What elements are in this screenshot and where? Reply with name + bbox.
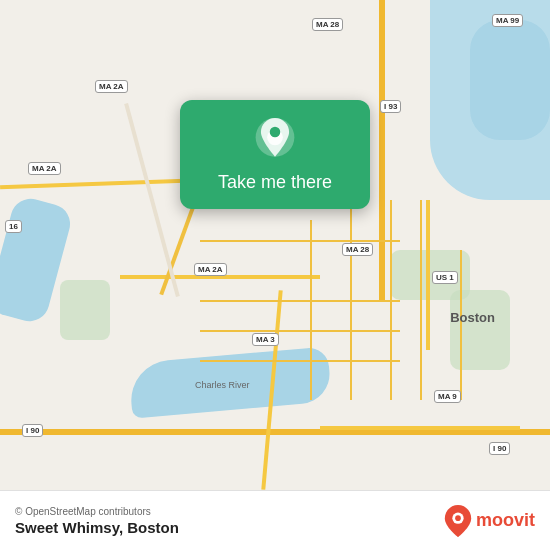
road-grid7	[460, 250, 462, 400]
svg-point-2	[270, 127, 281, 138]
road-i93	[379, 0, 385, 300]
park-area-2	[450, 290, 510, 370]
road-grid4	[200, 300, 400, 302]
badge-ma28-top: MA 28	[312, 18, 343, 31]
badge-ma9: MA 9	[434, 390, 461, 403]
map-container: MA 2A MA 2A MA 28 MA 99 I 93 16 MA 2A MA…	[0, 0, 550, 490]
badge-ma28-mid: MA 28	[342, 243, 373, 256]
charles-river-label: Charles River	[195, 380, 250, 390]
badge-ma99: MA 99	[492, 14, 523, 27]
footer-bar: © OpenStreetMap contributors Sweet Whims…	[0, 490, 550, 550]
svg-point-4	[455, 515, 461, 521]
badge-us1: US 1	[432, 271, 458, 284]
cta-card[interactable]: Take me there	[180, 100, 370, 209]
badge-ma16: 16	[5, 220, 22, 233]
badge-i90-right: I 90	[489, 442, 510, 455]
badge-ma3: MA 3	[252, 333, 279, 346]
moovit-logo: moovit	[444, 505, 535, 537]
footer-left: © OpenStreetMap contributors Sweet Whims…	[15, 506, 179, 536]
road-ma9	[320, 426, 520, 430]
osm-attribution: © OpenStreetMap contributors	[15, 506, 179, 517]
badge-ma2a-top-left: MA 2A	[28, 162, 61, 175]
road-us1	[426, 200, 430, 350]
badge-i90-left: I 90	[22, 424, 43, 437]
badge-ma2a-mid: MA 2A	[95, 80, 128, 93]
mystic-river	[470, 20, 550, 140]
moovit-pin-icon	[444, 505, 472, 537]
road-grid6	[420, 200, 422, 400]
road-grid9	[310, 220, 312, 400]
place-name: Sweet Whimsy, Boston	[15, 519, 179, 536]
road-grid1	[200, 240, 400, 242]
road-grid8	[200, 360, 400, 362]
park-area-3	[60, 280, 110, 340]
badge-i93: I 93	[380, 100, 401, 113]
road-grid5	[200, 330, 400, 332]
moovit-brand-text: moovit	[476, 510, 535, 531]
location-pin-icon	[253, 118, 297, 162]
boston-label: Boston	[450, 310, 495, 325]
badge-ma2a-mid2: MA 2A	[194, 263, 227, 276]
take-me-there-button[interactable]: Take me there	[218, 172, 332, 193]
